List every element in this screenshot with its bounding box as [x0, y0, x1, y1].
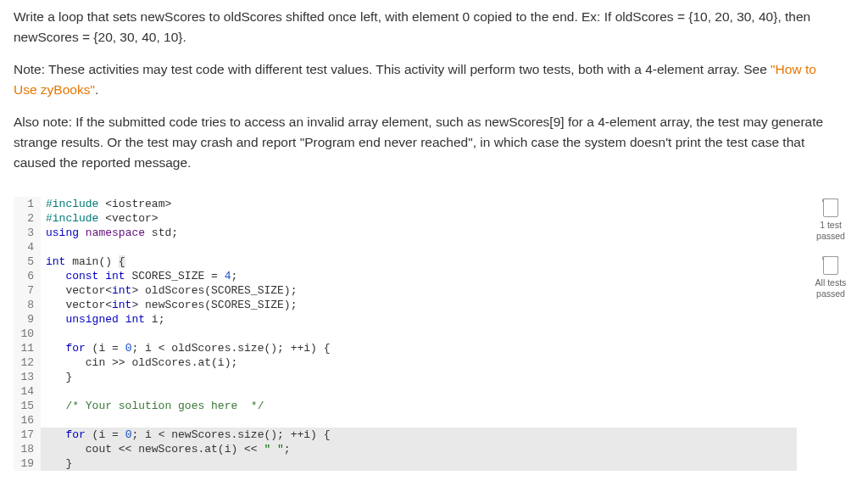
test-status-label: 1 test passed: [816, 220, 845, 241]
code-line: 4: [14, 240, 797, 254]
code-line: 7 vector<int> oldScores(SCORES_SIZE);: [14, 283, 797, 298]
problem-instructions: Write a loop that sets newScores to oldS…: [14, 7, 827, 173]
code-line: 11 for (i = 0; i < oldScores.size(); ++i…: [14, 341, 797, 355]
code-line: 2#include <vector>: [14, 211, 797, 226]
code-line-highlight: 17 for (i = 0; i < newScores.size(); ++i…: [14, 428, 797, 442]
text: .: [95, 82, 98, 97]
code-line: 13 }: [14, 370, 797, 384]
test-status-item: All tests passed: [815, 256, 847, 299]
code-line-highlight: 19 }: [14, 456, 797, 471]
test-status-label: All tests passed: [815, 277, 847, 299]
code-line: 3using namespace std;: [14, 226, 797, 240]
code-line: 1#include <iostream>: [14, 197, 797, 211]
code-line: 10: [14, 327, 797, 341]
code-line: 8 vector<int> newScores(SCORES_SIZE);: [14, 298, 797, 312]
code-editor[interactable]: 1#include <iostream> 2#include <vector> …: [14, 197, 797, 471]
code-line-highlight: 18 cout << newScores.at(i) << " ";: [14, 442, 797, 456]
code-area: 1#include <iostream> 2#include <vector> …: [14, 197, 854, 471]
code-line: 12 cin >> oldScores.at(i);: [14, 355, 797, 370]
test-status-column: 1 test passed All tests passed: [807, 197, 854, 299]
code-line: 9 unsigned int i;: [14, 312, 797, 327]
test-status-item: 1 test passed: [816, 198, 845, 241]
instruction-paragraph: Note: These activities may test code wit…: [14, 59, 827, 100]
code-line: 15 /* Your solution goes here */: [14, 399, 797, 413]
instruction-paragraph: Write a loop that sets newScores to oldS…: [14, 7, 827, 48]
code-line: 5int main() {: [14, 254, 797, 269]
test-status-icon: [823, 256, 838, 275]
code-line: 16: [14, 413, 797, 428]
test-status-icon: [823, 198, 838, 217]
instruction-paragraph: Also note: If the submitted code tries t…: [14, 112, 827, 173]
code-line: 14: [14, 384, 797, 399]
code-line: 6 const int SCORES_SIZE = 4;: [14, 269, 797, 283]
code-editor-wrap: 1#include <iostream> 2#include <vector> …: [14, 197, 797, 471]
text: Note: These activities may test code wit…: [14, 62, 771, 76]
